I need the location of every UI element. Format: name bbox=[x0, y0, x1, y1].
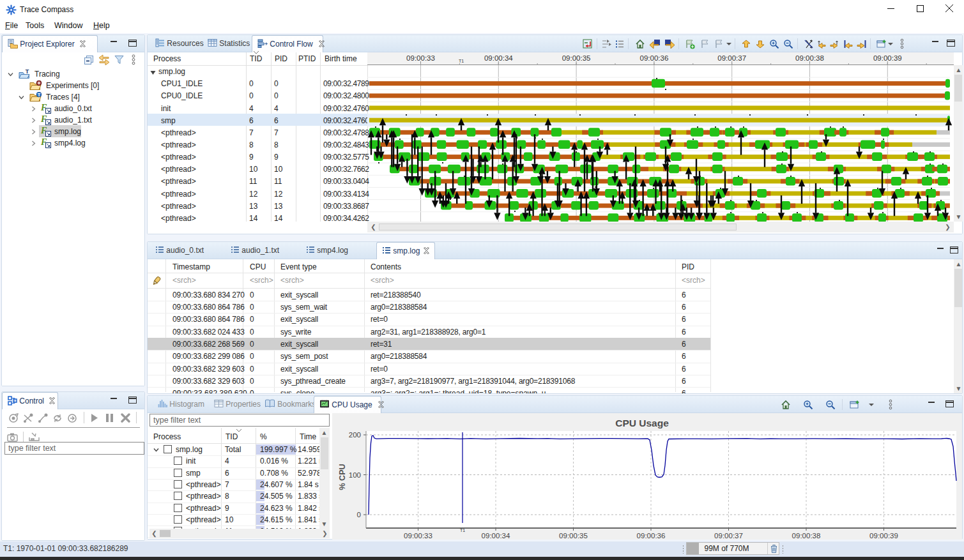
svg-text:09:00:37: 09:00:37 bbox=[717, 54, 746, 62]
svg-text:CPU Usage: CPU Usage bbox=[615, 418, 669, 428]
svg-text:09:00:36: 09:00:36 bbox=[637, 532, 666, 540]
svg-text:T: T bbox=[38, 92, 41, 98]
svg-text:09:00:38: 09:00:38 bbox=[795, 54, 824, 62]
svg-text:T1: T1 bbox=[460, 528, 465, 533]
svg-text:09:00:35: 09:00:35 bbox=[559, 532, 588, 540]
svg-text:09:00:35: 09:00:35 bbox=[562, 54, 591, 62]
svg-text:09:00:34: 09:00:34 bbox=[484, 54, 513, 62]
svg-text:T1: T1 bbox=[459, 59, 464, 63]
svg-text:09:00:38: 09:00:38 bbox=[792, 532, 821, 540]
svg-text:100: 100 bbox=[349, 471, 361, 479]
svg-text:09:00:39: 09:00:39 bbox=[873, 54, 902, 62]
svg-text:09:00:36: 09:00:36 bbox=[640, 54, 669, 62]
svg-text:09:00:34: 09:00:34 bbox=[482, 532, 510, 540]
svg-text:09:00:33: 09:00:33 bbox=[406, 54, 435, 62]
svg-text:200: 200 bbox=[349, 431, 361, 439]
svg-text:09:00:37: 09:00:37 bbox=[714, 532, 743, 540]
svg-text:0: 0 bbox=[357, 511, 361, 518]
svg-text:09:00:33: 09:00:33 bbox=[404, 532, 432, 540]
svg-text:T: T bbox=[26, 69, 29, 75]
svg-text:% CPU: % CPU bbox=[338, 464, 347, 490]
svg-text:09:00:39: 09:00:39 bbox=[869, 532, 898, 540]
